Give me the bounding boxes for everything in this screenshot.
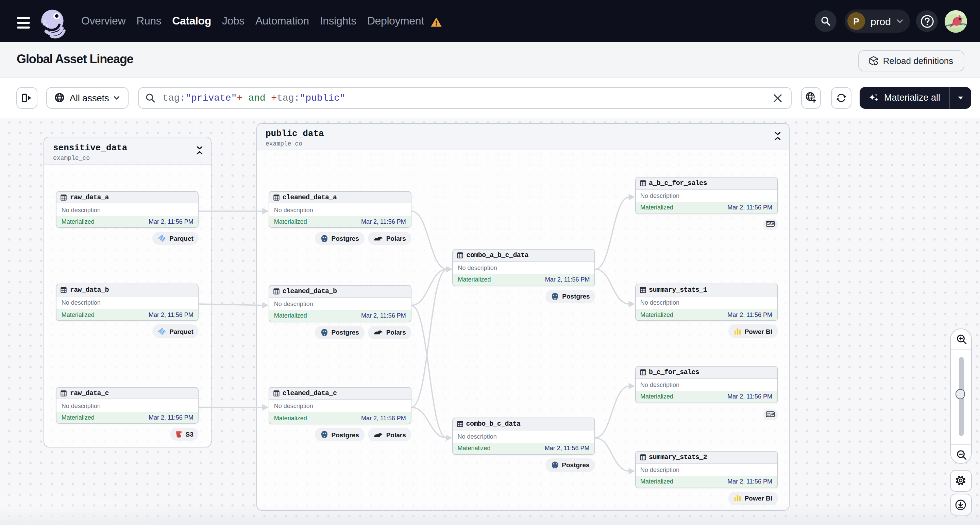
svg-text:CSV: CSV	[767, 412, 774, 417]
svg-text:CSV: CSV	[767, 222, 774, 226]
